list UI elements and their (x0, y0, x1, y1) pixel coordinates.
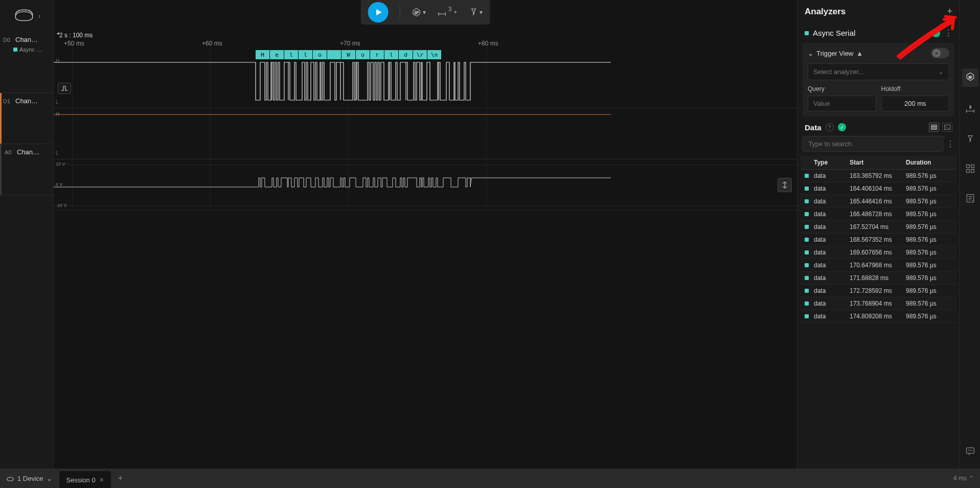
query-input[interactable] (808, 96, 876, 111)
data-menu-button[interactable]: ⋮ (946, 139, 954, 149)
decoded-byte-cell[interactable]: \n (427, 50, 442, 59)
cell-start: 172.728592 ms (850, 287, 906, 294)
saleae-logo-icon (13, 7, 35, 25)
timeline-tick: +80 ms (478, 40, 498, 47)
decoded-byte-cell[interactable]: l (284, 50, 299, 59)
table-row[interactable]: data 168.567352 ms 989.576 µs (801, 234, 956, 246)
lane-d1: H L (54, 108, 797, 159)
decoded-byte-cell[interactable]: \r (413, 50, 427, 59)
analyzer-select[interactable]: Select analyzer... ⌄ (808, 63, 949, 80)
trigger-settings-icon[interactable]: 1F ▾ (412, 7, 426, 17)
zoom-readout[interactable]: 4 ms ⌃ (953, 475, 974, 482)
analog-waveform-a0 (54, 175, 611, 190)
channel-name: Chan… (15, 36, 38, 43)
lane-d0: H L HelloWorld\r\n (54, 47, 797, 108)
row-color-dot (805, 301, 809, 306)
svg-text:1F: 1F (968, 76, 972, 79)
session-name: Session 0 (66, 476, 96, 484)
table-row[interactable]: data 171.68828 ms 989.576 µs (801, 272, 956, 285)
decoded-byte-cell[interactable]: l (299, 50, 313, 59)
channel-d0[interactable]: D0 Chan… Async … (0, 32, 53, 93)
timeline-tick: +60 ms (202, 40, 222, 47)
decoded-byte-cell[interactable]: o (356, 50, 370, 59)
close-session-button[interactable]: × (100, 476, 104, 484)
timeline-ruler[interactable]: ◂2 s : 100 ms +50 ms+60 ms+70 ms+80 ms (54, 31, 797, 47)
vertical-fit-button[interactable] (778, 178, 792, 192)
col-duration: Duration (906, 159, 952, 166)
cell-type: data (814, 249, 850, 256)
grid-line (54, 205, 797, 206)
add-session-button[interactable]: + (118, 474, 123, 483)
analyzer-item[interactable]: Async Serial ✓ ⋮ (797, 23, 960, 43)
cell-start: 167.52704 ms (850, 223, 906, 230)
row-color-dot (805, 238, 809, 242)
timing-tab-icon[interactable]: 3 (965, 104, 975, 117)
cell-duration: 989.576 µs (906, 313, 952, 320)
cell-type: data (814, 185, 850, 192)
channel-d1[interactable]: D1 Chan… (0, 93, 53, 144)
table-row[interactable]: data 166.486728 ms 989.576 µs (801, 208, 956, 221)
start-capture-button[interactable] (368, 2, 389, 22)
svg-rect-14 (966, 170, 969, 173)
decoded-byte-cell[interactable]: e (270, 50, 284, 59)
data-table[interactable]: Type Start Duration data 163.365792 ms 9… (801, 156, 956, 469)
row-color-dot (805, 225, 809, 229)
row-color-dot (805, 250, 809, 254)
svg-rect-15 (971, 170, 974, 173)
decoded-byte-cell[interactable] (327, 50, 341, 59)
measurement-icon[interactable]: ▾ (468, 7, 483, 17)
table-row[interactable]: data 173.768904 ms 989.576 µs (801, 297, 956, 310)
cell-type: data (814, 172, 850, 179)
table-row[interactable]: data 170.647968 ms 989.576 µs (801, 259, 956, 272)
table-row[interactable]: data 165.446416 ms 989.576 µs (801, 195, 956, 208)
timing-marker-icon[interactable]: 3 + (437, 7, 458, 17)
device-selector[interactable]: 1 Device ⌄ (6, 475, 52, 482)
analyzer-color-dot (13, 48, 17, 52)
analyzer-menu-button[interactable]: ⋮ (944, 28, 952, 38)
table-row[interactable]: data 164.406104 ms 989.576 µs (801, 182, 956, 195)
help-icon[interactable]: ? (826, 123, 834, 131)
terminal-view-button[interactable] (942, 123, 952, 132)
session-tab[interactable]: Session 0 × (59, 471, 111, 488)
side-icon-rail: 1F 3 (960, 0, 980, 469)
feedback-icon[interactable] (965, 446, 975, 458)
table-row[interactable]: data 167.52704 ms 989.576 µs (801, 221, 956, 234)
data-search-input[interactable] (803, 136, 943, 152)
svg-text:1F: 1F (415, 11, 419, 14)
row-color-dot (805, 212, 809, 216)
grid-line (54, 165, 797, 165)
channel-index: D1 (3, 98, 12, 104)
cell-start: 164.406104 ms (850, 185, 906, 192)
add-analyzer-button[interactable]: + (947, 6, 952, 17)
query-label: Query (808, 85, 876, 92)
waveform-viewport[interactable]: 1F ▾ 3 + ▾ ◂2 s : 100 ms +50 ms+60 ms+70… (54, 0, 797, 469)
status-bar: 1 Device ⌄ Session 0 × + 4 ms ⌃ (0, 469, 980, 488)
chevron-right-icon[interactable]: › (38, 12, 41, 20)
measurements-tab-icon[interactable] (965, 134, 975, 146)
decoded-byte-cell[interactable]: l (384, 50, 399, 59)
decoded-byte-cell[interactable]: W (341, 50, 356, 59)
table-row[interactable]: data 174.809208 ms 989.576 µs (801, 310, 956, 323)
decoded-byte-cell[interactable]: d (399, 50, 413, 59)
holdoff-input[interactable]: 200 ms (881, 96, 950, 111)
analyzers-tab-icon[interactable]: 1F (962, 68, 978, 87)
table-row[interactable]: data 172.728592 ms 989.576 µs (801, 285, 956, 297)
logo-area: › (0, 0, 53, 32)
decoded-byte-cell[interactable]: H (256, 50, 270, 59)
decoded-byte-cell[interactable]: o (313, 50, 327, 59)
trigger-enable-toggle[interactable] (931, 48, 949, 58)
analyzers-title: Analyzers (805, 7, 846, 17)
timeline-tick: +70 ms (340, 40, 360, 47)
table-row[interactable]: data 169.607656 ms 989.576 µs (801, 246, 956, 259)
channel-a0[interactable]: A0 Chan… (0, 144, 53, 195)
chevron-down-icon: ⌄ (938, 68, 944, 76)
cell-duration: 989.576 µs (906, 262, 952, 269)
svg-rect-12 (966, 165, 969, 168)
notes-tab-icon[interactable] (965, 193, 975, 205)
extensions-tab-icon[interactable] (965, 164, 975, 176)
table-view-button[interactable] (929, 123, 939, 132)
table-row[interactable]: data 163.365792 ms 989.576 µs (801, 170, 956, 182)
decoded-byte-cell[interactable]: r (370, 50, 384, 59)
chevron-down-icon[interactable]: ⌄ (808, 50, 813, 57)
svg-rect-3 (931, 125, 937, 130)
